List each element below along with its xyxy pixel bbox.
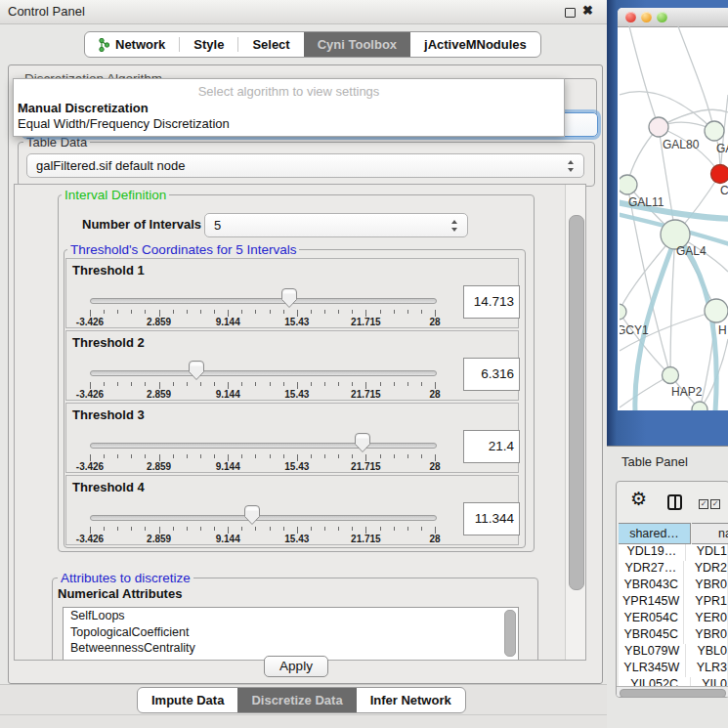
tick-label: 15.43 [284,534,309,544]
tab-style[interactable]: Style [180,32,237,57]
table-data-select[interactable]: galFiltered.sif default node [26,153,584,178]
threshold-value-field[interactable]: 14.713 [463,285,520,319]
control-panel-titlebar: Control Panel ✖ [0,0,607,24]
cell-shared-name[interactable]: YBL079W [619,644,686,661]
slider-thumb[interactable] [280,287,298,309]
algorithm-option-manual-discretization[interactable]: Manual Discretization [14,101,564,116]
tab-discretize-data[interactable]: Discretize Data [237,688,356,712]
network-edge[interactable] [629,26,659,127]
slider-thumb[interactable] [243,504,261,526]
horizontal-scrollbar-track[interactable] [617,686,728,698]
apply-button[interactable]: Apply [264,656,328,677]
numerical-attributes-list[interactable]: SelfLoopsTopologicalCoefficientBetweenne… [63,607,519,661]
column-header-shared[interactable]: shared… [619,523,691,544]
cell-name[interactable]: YBR0 [684,627,727,644]
threshold-value-field[interactable]: 21.4 [463,430,520,463]
slider-track[interactable] [90,370,437,376]
minimize-traffic-light-icon[interactable] [641,12,652,22]
table-row[interactable]: YER054CYER0 [619,611,727,627]
tick-label: -3.426 [76,534,104,544]
network-edge[interactable] [620,375,670,407]
network-node[interactable] [620,175,637,194]
cell-name[interactable]: YER0 [684,611,727,627]
select-all-checkbox-icon[interactable] [699,499,708,509]
tab-jactivemnodules[interactable]: jActiveMNodules [410,32,540,57]
cell-shared-name[interactable]: YER054C [619,611,684,627]
list-scrollbar[interactable] [504,610,516,657]
slider-track[interactable] [90,443,437,449]
table-row[interactable]: YDR27…YDR2 [619,561,727,578]
network-node[interactable] [649,117,668,137]
cell-name[interactable]: YPR1 [684,594,727,611]
close-traffic-light-icon[interactable] [625,12,636,22]
tick-mark [380,527,381,531]
tick-mark [241,310,242,314]
close-icon[interactable]: ✖ [582,3,593,18]
tick-mark [214,527,215,531]
threshold-value-field[interactable]: 6.316 [463,358,520,391]
slider-track[interactable] [90,515,437,521]
table-row[interactable]: YIL052CYIL0 [619,677,727,686]
table-row[interactable]: YPR145WYPR1 [619,594,727,611]
cell-name[interactable]: YIL0 [691,677,727,686]
table-row[interactable]: YBL079WYBL0 [619,644,727,661]
list-item-topologicalcoefficient[interactable]: TopologicalCoefficient [64,624,518,641]
tick-mark [324,382,325,386]
cell-shared-name[interactable]: YLR345W [619,661,686,677]
horizontal-scrollbar-thumb[interactable] [620,689,726,698]
cell-name[interactable]: YDL1 [686,544,727,561]
tick-mark [90,310,91,317]
tick-label: -3.426 [76,389,104,400]
settings-scrollbar-thumb[interactable] [569,215,584,590]
cell-shared-name[interactable]: YIL052C [619,677,691,686]
tab-impute-data[interactable]: Impute Data [138,688,237,712]
threshold-value-field[interactable]: 11.344 [463,502,520,535]
slider-thumb[interactable] [354,432,371,453]
select-none-checkbox-icon[interactable] [710,499,720,509]
table-row[interactable]: YBR045CYBR0 [619,627,727,644]
zoom-traffic-light-icon[interactable] [657,12,667,22]
columns-icon[interactable] [667,494,682,510]
list-item-selfloops[interactable]: SelfLoops [64,608,518,624]
tick-mark [421,454,422,458]
slider-thumb[interactable] [188,360,205,381]
tick-mark [352,382,353,386]
cell-shared-name[interactable]: YDR27… [619,561,684,578]
number-of-intervals-select[interactable]: 5 [204,213,468,237]
cell-shared-name[interactable]: YBR043C [619,578,684,594]
threshold-panel-3: Threshold 3-3.4262.8599.14415.4321.71528… [65,403,519,473]
network-window-titlebar[interactable] [618,8,728,27]
tab-infer-network[interactable]: Infer Network [357,688,465,712]
float-window-icon[interactable] [565,8,576,18]
table-row[interactable]: YDL19…YDL1 [619,544,727,561]
network-node[interactable] [620,304,626,320]
cell-shared-name[interactable]: YDL19… [619,544,686,561]
tab-cyni-toolbox[interactable]: Cyni Toolbox [304,32,410,57]
cell-shared-name[interactable]: YPR145W [619,594,684,611]
network-node[interactable] [705,121,724,141]
table-row[interactable]: YLR345WYLR3 [619,661,727,677]
slider-track[interactable] [90,298,437,304]
cell-name[interactable]: YBL0 [686,644,727,661]
tick-label: 9.144 [216,317,240,327]
tick-mark [145,454,146,458]
cell-name[interactable]: YLR3 [686,661,727,677]
tick-mark [270,454,271,458]
network-node[interactable] [705,299,728,322]
tab-network[interactable]: Network [85,32,179,57]
cell-shared-name[interactable]: YBR045C [619,627,684,644]
tab-select[interactable]: Select [238,32,303,57]
attributes-group-title: Attributes to discretize [58,571,193,585]
list-item-betweennesscentrality[interactable]: BetweennessCentrality [64,640,518,657]
network-view-window[interactable]: GAL80GACGAL11GAL4GCY1HHAP2 [618,8,728,410]
network-node[interactable] [711,165,728,184]
cell-name[interactable]: YBR0 [684,578,727,594]
algorithm-option-equal-width-frequency-discretization[interactable]: Equal Width/Frequency Discretization [14,116,564,132]
network-node[interactable] [663,367,679,384]
tick-mark [297,454,298,461]
column-header-name[interactable]: na [692,523,728,544]
cell-name[interactable]: YDR2 [684,561,727,578]
table-row[interactable]: YBR043CYBR0 [619,578,727,594]
gear-icon[interactable]: ⚙ [630,488,647,509]
network-canvas[interactable]: GAL80GACGAL11GAL4GCY1HHAP2 [620,26,728,410]
